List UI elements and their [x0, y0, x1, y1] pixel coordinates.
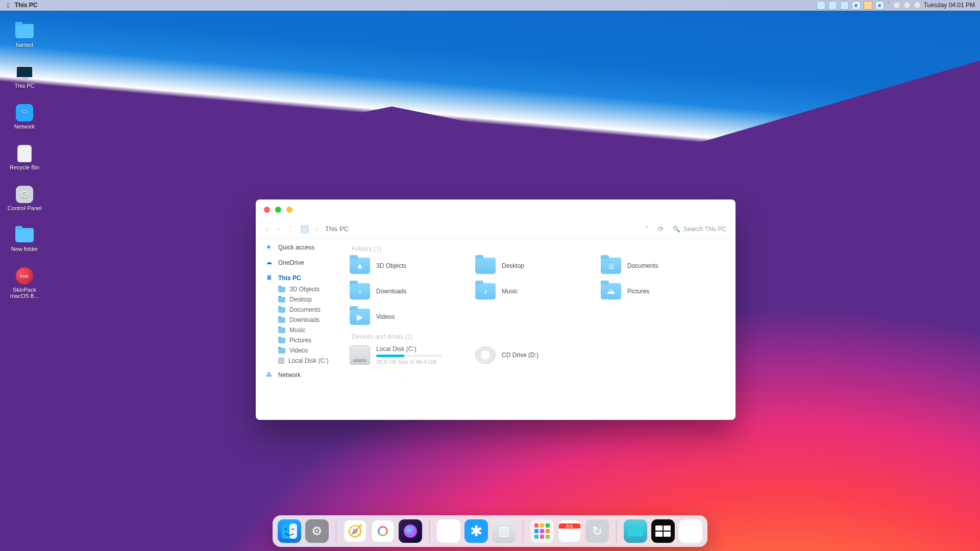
pc-icon: [301, 225, 309, 233]
calendar-month: JUL: [559, 523, 580, 529]
folder-icon: [278, 338, 285, 343]
sidebar: ★Quick access ☁OneDrive 🖥This PC 3D Obje…: [256, 238, 347, 420]
folder-desktop[interactable]: Desktop: [475, 258, 601, 274]
nav-up-button[interactable]: ˄: [288, 225, 293, 233]
tray-volume-icon[interactable]: [914, 2, 921, 9]
minimize-button[interactable]: [275, 207, 281, 213]
folder-videos[interactable]: ▶Videos: [350, 309, 475, 325]
folder-music[interactable]: ♪Music: [475, 283, 601, 299]
sidebar-this-pc[interactable]: 🖥This PC: [263, 272, 341, 284]
folder-icon: [278, 317, 285, 323]
desktop-icon-new-folder[interactable]: New folder: [5, 228, 44, 252]
tray-icon[interactable]: [864, 1, 872, 10]
desktop-icons: hamed This PC ⌔Network Recycle Bin ⚙Cont…: [5, 23, 44, 299]
window-titlebar[interactable]: [256, 199, 736, 220]
search-box[interactable]: 🔍 Search This PC: [673, 226, 726, 233]
sidebar-local-disk[interactable]: Local Disk (C:): [263, 356, 341, 366]
maximize-button[interactable]: [286, 207, 292, 213]
desktop-icon-recycle-bin[interactable]: Recycle Bin: [5, 146, 44, 170]
menubar-clock[interactable]: Tuesday 04:01 PM: [924, 2, 975, 9]
refresh-button[interactable]: ⟳: [658, 225, 664, 233]
dock-separator: [336, 519, 336, 543]
apple-menu-icon[interactable]: : [7, 2, 10, 9]
gear-icon: ⚙: [16, 186, 33, 203]
sidebar-onedrive[interactable]: ☁OneDrive: [263, 257, 341, 269]
folder-documents[interactable]: ≣Documents: [601, 258, 726, 274]
sidebar-3d-objects[interactable]: 3D Objects: [263, 284, 341, 294]
group-header-drives[interactable]: Devices and drives (2): [352, 333, 726, 340]
search-placeholder: Search This PC: [683, 226, 726, 233]
nav-back-button[interactable]: ‹: [265, 225, 269, 233]
wifi-icon: ⌔: [16, 104, 33, 121]
dock-settings[interactable]: ⚙: [305, 519, 329, 543]
close-button[interactable]: [264, 207, 270, 213]
desktop-icon-network[interactable]: ⌔Network: [5, 105, 44, 130]
folder-icon: [278, 287, 285, 292]
tray-icon[interactable]: [840, 1, 849, 10]
search-icon: 🔍: [673, 226, 680, 233]
address-bar[interactable]: This PC: [325, 225, 349, 233]
dock-timemachine[interactable]: ↻: [585, 519, 609, 543]
dock-calendar[interactable]: JUL17: [558, 519, 581, 543]
dock-finder[interactable]: [278, 519, 301, 543]
tray-edge-icon[interactable]: e: [875, 1, 884, 10]
dock-home[interactable]: ⌂: [437, 519, 460, 543]
tray-icon[interactable]: [828, 1, 837, 10]
tray-icon[interactable]: [817, 1, 825, 10]
folder-downloads[interactable]: ↓Downloads: [350, 283, 475, 299]
disk-icon: [350, 345, 370, 365]
appstore-icon: ✱: [470, 522, 482, 540]
sidebar-network[interactable]: 🖧Network: [263, 369, 341, 381]
dock-launchpad[interactable]: [530, 519, 554, 543]
dock-appstore[interactable]: ✱: [464, 519, 488, 543]
dock-mission-control[interactable]: [651, 519, 675, 543]
disk-icon: [278, 358, 284, 364]
address-dropdown-icon[interactable]: ˅: [645, 225, 649, 233]
folder-icon: [278, 328, 285, 333]
sidebar-music[interactable]: Music: [263, 325, 341, 335]
dock-music[interactable]: [371, 519, 395, 543]
tray-edge-icon[interactable]: e: [852, 1, 861, 10]
folder-icon: [475, 258, 496, 274]
folder-icon: ⛰: [601, 283, 621, 299]
nav-forward-button[interactable]: ›: [276, 225, 280, 233]
tray-chevron-icon[interactable]: ˅: [887, 2, 890, 9]
folder-icon: [278, 348, 285, 354]
desktop-icon-this-pc[interactable]: This PC: [5, 64, 44, 89]
desktop-icon-skinpack[interactable]: macSkinPack macOS B...: [5, 268, 44, 299]
desktop-icon-control-panel[interactable]: ⚙Control Panel: [5, 187, 44, 211]
tray-network-icon[interactable]: [903, 2, 911, 9]
desktop-icon: [628, 526, 643, 536]
sidebar-documents[interactable]: Documents: [263, 305, 341, 315]
svg-rect-1: [289, 523, 297, 539]
dock-siri[interactable]: [399, 519, 422, 543]
folder-icon: ▶: [350, 309, 370, 325]
folder-icon: [278, 297, 285, 303]
desktop-icon-user-folder[interactable]: hamed: [5, 23, 44, 48]
sidebar-downloads[interactable]: Downloads: [263, 315, 341, 325]
dock-safari[interactable]: 🧭: [344, 519, 367, 543]
folder-pictures[interactable]: ⛰Pictures: [601, 283, 726, 299]
sidebar-videos[interactable]: Videos: [263, 345, 341, 356]
drive-cd-d[interactable]: CD Drive (D:): [475, 345, 601, 365]
network-icon: 🖧: [266, 371, 274, 379]
cloud-icon: ☁: [266, 259, 274, 267]
folder-3d-objects[interactable]: ▲3D Objects: [350, 258, 475, 274]
content-pane[interactable]: Folders (7) ▲3D Objects Desktop ≣Documen…: [347, 238, 736, 420]
menubar-app-name[interactable]: This PC: [15, 2, 38, 9]
drives-grid: Local Disk (C:) 28.8 GB free of 49.4 GB …: [350, 345, 726, 365]
sidebar-pictures[interactable]: Pictures: [263, 335, 341, 345]
installer-icon: mac: [16, 267, 33, 285]
sidebar-quick-access[interactable]: ★Quick access: [263, 241, 341, 254]
group-header-folders[interactable]: Folders (7): [352, 245, 726, 253]
drive-local-c[interactable]: Local Disk (C:) 28.8 GB free of 49.4 GB: [350, 345, 475, 365]
dock-bootcamp[interactable]: ▥: [492, 519, 516, 543]
folders-grid: ▲3D Objects Desktop ≣Documents ↓Download…: [350, 258, 726, 325]
tray-battery-icon[interactable]: [893, 2, 900, 9]
dock-show-desktop[interactable]: [624, 519, 647, 543]
dock-trash[interactable]: 🗑: [679, 519, 702, 543]
svg-point-3: [292, 529, 294, 530]
dock: ⚙ 🧭 ⌂ ✱ ▥ JUL17 ↻ 🗑: [273, 515, 707, 547]
folder-icon: ♪: [475, 283, 496, 299]
sidebar-desktop[interactable]: Desktop: [263, 294, 341, 305]
